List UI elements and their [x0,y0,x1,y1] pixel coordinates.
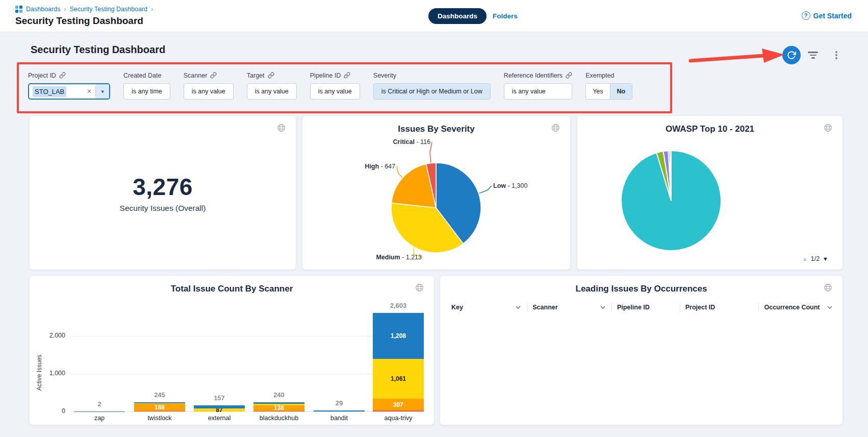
filter-label-reference-identifiers: Reference Identifiers [504,72,563,79]
refresh-button[interactable] [782,46,801,64]
bar-segment-blackduckhub-high[interactable]: 138 [253,405,304,410]
filter-label-scanner: Scanner [184,72,208,79]
created-date-value-button[interactable]: is any time [123,83,170,100]
stacked-bar-chart: 01,0002,000Active Issues2zap188245twistl… [30,276,434,425]
card-leading-issues-by-occurrences: Leading Issues By Occurrences KeyScanner… [440,276,843,425]
filter-scanner: Scanneris any value [184,71,234,100]
table-column-occurrence-count[interactable]: Occurrence Count [758,303,838,311]
pie-label-connector [397,166,402,178]
pie-pagination: ▲ 1/2 ▼ [802,255,828,262]
filter-target: Targetis any value [247,71,297,100]
chevron-down-icon [516,306,521,309]
get-started-link[interactable]: ? Get Started [802,11,852,20]
tab-folders[interactable]: Folders [493,12,518,20]
project-id-combobox[interactable]: STO_LAB✕▾ [28,83,110,100]
clear-icon[interactable]: ✕ [83,88,95,95]
pie-label-low: Low - 1,300 [493,182,527,189]
annotation-red-arrow [687,47,789,67]
gridline [70,411,425,412]
bar-total-blackduckhub: 240 [248,391,310,399]
chart-title: Leading Issues By Occurrences [440,284,843,294]
card-security-issues-overall: 3,276 Security Issues (Overall) [30,116,296,270]
card-owasp-top-10: OWASP Top 10 - 2021 ▲ 1/2 ▼ [577,116,843,270]
filter-project-id: Project IDSTO_LAB✕▾ [28,71,110,100]
table-header-row: KeyScannerPipeline IDProject IDOccurrenc… [446,300,838,314]
dashboard-menu-button[interactable] [829,48,844,62]
bar-segment-twistlock-critical[interactable] [134,411,185,411]
table-column-key[interactable]: Key [446,303,527,311]
filter-exempted: ExemptedYesNo [585,71,632,100]
refresh-icon [787,51,796,60]
filter-created-date: Created Dateis any time [123,71,170,100]
exempted-option-yes[interactable]: Yes [586,84,609,99]
bar-segment-aqua-trivy-critical[interactable] [373,410,424,411]
severity-pie-chart: Low - 1,300Medium - 1,213High - 647Criti… [302,116,570,270]
bar-segment-aqua-trivy-low[interactable]: 1,208 [373,313,424,358]
top-header-bar: Dashboards › Security Testing Dashboard … [0,0,868,32]
globe-icon[interactable] [277,124,286,134]
pie-label-connector [479,186,492,193]
gridline [70,336,425,336]
page-down-icon[interactable]: ▼ [823,256,828,262]
filter-label-target: Target [247,72,265,79]
breadcrumb-separator: › [64,6,66,13]
breadcrumb-separator: › [151,6,153,13]
card-issues-by-severity: Issues By Severity Low - 1,300Medium - 1… [302,116,570,270]
pie-label-high: High - 647 [365,163,395,170]
bar-segment-bandit-low[interactable] [314,410,365,411]
link-icon [344,72,350,79]
card-total-issue-count-by-scanner: Total Issue Count By Scanner 01,0002,000… [30,276,434,425]
get-started-label: Get Started [813,12,852,20]
chevron-down-icon[interactable]: ▾ [96,84,109,99]
x-category-label-aqua-trivy: aqua-trivy [363,415,434,422]
bar-segment-blackduckhub-low[interactable] [253,402,304,404]
table-column-pipeline-id[interactable]: Pipeline ID [611,303,680,311]
globe-icon[interactable] [824,283,832,294]
reference-identifiers-value-button[interactable]: is any value [504,83,572,100]
breadcrumb-security-testing-dashboard[interactable]: Security Testing Dashboard [69,6,147,13]
bar-segment-external-medium[interactable]: 87 [194,408,245,411]
bar-segment-aqua-trivy-high[interactable]: 307 [373,399,424,410]
app-root: Dashboards › Security Testing Dashboard … [0,0,868,437]
bar-segment-aqua-trivy-medium[interactable]: 1,061 [373,359,424,399]
link-icon [210,72,217,79]
pipeline-id-value-button[interactable]: is any value [310,83,360,100]
owasp-pie-chart [577,116,843,270]
breadcrumb: Dashboards › Security Testing Dashboard … [15,6,153,13]
stat-value: 3,276 [30,173,296,201]
table-column-project-id[interactable]: Project ID [680,303,759,311]
tab-dashboards[interactable]: Dashboards [428,8,487,24]
kebab-menu-icon [835,51,837,59]
page-up-icon[interactable]: ▲ [802,256,808,262]
bar-total-aqua-trivy: 2,603 [368,302,429,309]
link-icon [268,72,274,79]
column-label: Key [451,304,463,311]
filter-label-exempted: Exempted [585,72,614,79]
column-label: Project ID [685,304,715,311]
filter-icon [808,52,818,59]
scanner-value-button[interactable]: is any value [184,83,234,100]
bar-segment-external-low[interactable] [194,405,245,408]
help-icon: ? [802,11,810,20]
page-title: Security Testing Dashboard [15,15,143,27]
filter-label-created-date: Created Date [123,72,161,79]
severity-value-button[interactable]: is Critical or High or Medium or Low [373,83,491,100]
bar-segment-blackduckhub-medium[interactable] [253,404,304,405]
chevron-down-icon [827,306,832,309]
bar-total-twistlock: 245 [129,391,190,399]
target-value-button[interactable]: is any value [247,83,297,100]
page-indicator: 1/2 [811,255,820,262]
bar-segment-twistlock-low[interactable] [134,402,185,403]
bar-segment-twistlock-medium[interactable] [134,403,185,404]
filter-value-text: STO_LAB [33,86,66,97]
dashboards-grid-icon [15,6,22,13]
exempted-option-no[interactable]: No [610,84,632,99]
dashboard-filters-button[interactable] [806,48,820,62]
bar-segment-twistlock-high[interactable]: 188 [134,404,185,411]
link-icon [566,72,572,79]
breadcrumb-dashboards[interactable]: Dashboards [26,6,60,13]
column-label: Occurrence Count [764,304,820,311]
column-label: Pipeline ID [617,304,650,311]
filter-label-project-id: Project ID [28,72,56,79]
table-column-scanner[interactable]: Scanner [527,303,611,311]
